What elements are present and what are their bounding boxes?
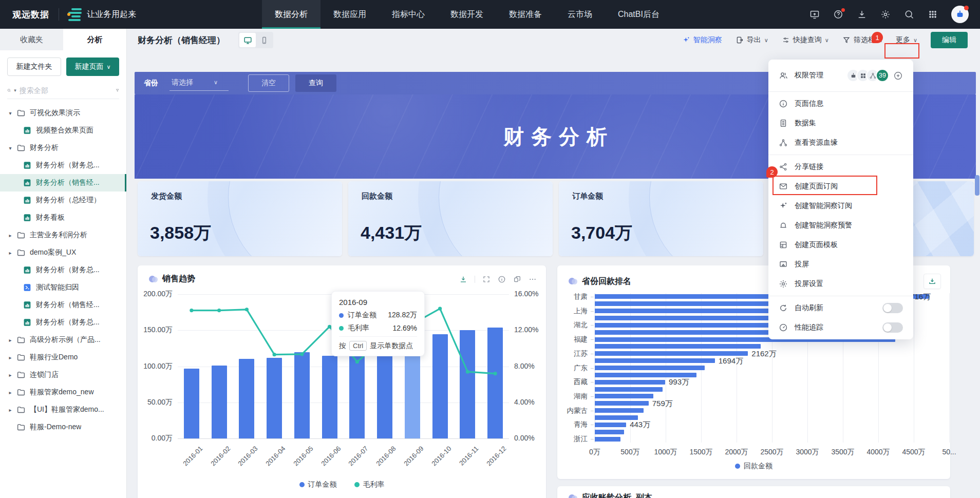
tree-page[interactable]: 财务分析（销售经... [0,174,126,191]
search-scope-caret[interactable]: ▾ [14,88,16,93]
nav-tab-数据开发[interactable]: 数据开发 [438,0,496,29]
toggle-自动刷新[interactable] [882,303,903,313]
tree-folder[interactable]: ▸【UI】鞋服管家demo... [0,401,126,418]
caret-right-icon[interactable]: ▸ [7,372,13,378]
legend-item-订单金额[interactable]: 订单金额 [299,480,337,489]
help-icon[interactable] [833,9,843,20]
filter-funnel-icon[interactable] [116,86,119,94]
expand-icon[interactable] [482,275,491,283]
province-bar[interactable] [595,423,626,427]
desktop-view-button[interactable] [239,33,256,47]
menu-item-分享链接[interactable]: 分享链接 [768,157,913,177]
tree-page[interactable]: 视频整合效果页面 [0,122,126,139]
caret-right-icon[interactable]: ▸ [7,407,13,413]
province-bar[interactable] [595,366,705,370]
province-bar[interactable] [595,430,624,434]
province-bar[interactable] [595,401,649,406]
tree-page[interactable]: 财务分析（财务总... [0,261,126,279]
tree-page[interactable]: 财务分析（总经理） [0,191,126,209]
edit-button[interactable]: 编辑 [931,32,968,48]
menu-item-权限管理[interactable]: 权限管理39 [768,62,913,89]
caret-down-icon[interactable]: ▾ [7,110,13,116]
menu-item-创建智能洞察订阅[interactable]: 创建智能洞察订阅 [768,196,913,216]
province-bar[interactable] [595,358,715,363]
province-bar[interactable] [595,373,696,377]
scrollbar-thumb[interactable] [975,175,979,196]
province-bar[interactable] [595,351,748,356]
tree-page[interactable]: 测试智能归因 [0,279,126,296]
menu-item-投屏[interactable]: 投屏 [768,255,913,274]
y-axis-tick-right: 0.00% [514,434,535,442]
tree-page[interactable]: 财务分析（财务总... [0,157,126,174]
menu-item-投屏设置[interactable]: 投屏设置 [768,274,913,294]
tree-page[interactable]: 财务分析（财务总... [0,314,126,331]
clear-button[interactable]: 清空 [248,74,289,92]
query-button[interactable]: 查询 [295,74,336,92]
caret-right-icon[interactable]: ▸ [7,337,13,343]
action-智能洞察[interactable]: 智能洞察 [682,35,722,45]
relate-icon[interactable] [513,275,521,283]
mobile-view-button[interactable] [256,33,272,47]
caret-right-icon[interactable]: ▸ [7,390,13,395]
sidebar-tab-收藏夹[interactable]: 收藏夹 [0,29,63,50]
apps-grid-icon[interactable] [928,9,938,20]
caret-right-icon[interactable]: ▸ [7,250,13,256]
province-bar[interactable] [595,380,665,385]
download-icon[interactable] [459,275,467,283]
menu-item-自动刷新[interactable]: 自动刷新 [768,298,913,318]
caret-right-icon[interactable]: ▸ [7,233,13,238]
action-快捷查询[interactable]: 快捷查询∨ [782,35,829,45]
people-icon [779,71,788,80]
search-input[interactable] [20,86,112,94]
new-page-button[interactable]: 新建页面∨ [66,58,119,76]
tree-page[interactable]: 财务看板 [0,209,126,226]
province-bar[interactable] [595,344,761,349]
tree-folder[interactable]: 鞋服-Demo-new [0,418,126,436]
tree-folder[interactable]: ▾可视化效果演示 [0,104,126,122]
download-icon[interactable] [857,9,867,20]
add-member-icon[interactable] [893,71,903,81]
nav-tab-数据准备[interactable]: 数据准备 [496,0,555,29]
menu-item-页面信息[interactable]: 页面信息 [768,94,913,113]
province-bar[interactable] [595,387,663,392]
screencast-monitor-icon[interactable] [809,9,820,20]
province-bar[interactable] [595,415,638,420]
province-bar[interactable] [595,408,644,413]
new-folder-button[interactable]: 新建文件夹 [7,58,61,76]
tree-folder[interactable]: ▸鞋服行业Demo [0,349,126,366]
tree-folder[interactable]: ▸鞋服管家demo_new [0,384,126,401]
tree-folder[interactable]: ▸高级分析示例（产品... [0,331,126,349]
province-bar[interactable] [595,394,653,398]
legend-item-毛利率[interactable]: 毛利率 [354,480,385,489]
province-select[interactable]: 请选择 ∨ [169,76,229,91]
nav-tab-数据应用[interactable]: 数据应用 [321,0,379,29]
search-icon[interactable] [904,9,914,20]
tree-page[interactable]: 财务分析（销售经... [0,296,126,314]
y-category-label: 甘肃 [574,292,588,301]
action-导出[interactable]: 导出∨ [736,35,768,45]
tree-folder[interactable]: ▸连锁门店 [0,366,126,384]
more-icon[interactable] [529,275,537,283]
menu-item-数据集[interactable]: 数据集 [768,113,913,133]
menu-item-性能追踪[interactable]: 性能追踪 [768,318,913,337]
gear-icon[interactable] [880,9,891,20]
caret-right-icon[interactable]: ▸ [7,355,13,360]
avatar[interactable] [951,6,969,23]
nav-tab-ChatBI后台[interactable]: ChatBI后台 [605,0,672,29]
menu-item-查看资源血缘[interactable]: 查看资源血缘 [768,133,913,152]
download-icon[interactable] [924,274,941,289]
toggle-性能追踪[interactable] [882,322,903,333]
province-bar[interactable] [595,437,620,442]
legend-item-回款金额[interactable]: 回款金额 [735,462,772,471]
tree-folder[interactable]: ▸demo案例_UX [0,244,126,261]
menu-item-创建智能洞察预警[interactable]: 创建智能洞察预警 [768,216,913,235]
info-icon[interactable] [498,275,506,283]
nav-tab-云市场[interactable]: 云市场 [555,0,605,29]
tree-folder[interactable]: ▸主营业务利润分析 [0,226,126,244]
caret-down-icon[interactable]: ▾ [7,145,13,151]
nav-tab-指标中心[interactable]: 指标中心 [379,0,438,29]
menu-item-创建页面模板[interactable]: 创建页面模板 [768,235,913,255]
sidebar-tab-分析[interactable]: 分析 [63,29,126,50]
nav-tab-数据分析[interactable]: 数据分析 [262,0,321,29]
tree-folder[interactable]: ▾财务分析 [0,139,126,157]
